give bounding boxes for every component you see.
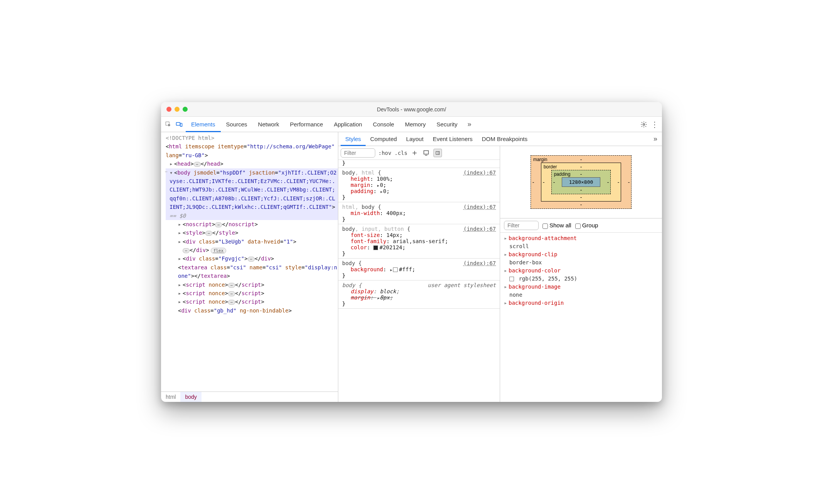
subtab-computed[interactable]: Computed	[366, 132, 401, 146]
svg-rect-1	[176, 122, 180, 125]
breadcrumb-html[interactable]: html	[161, 392, 180, 402]
style-rule[interactable]: body {(index):67background: ▸ #fff;}	[338, 259, 500, 281]
sub-tabs: StylesComputedLayoutEvent ListenersDOM B…	[338, 132, 662, 146]
styles-group: StylesComputedLayoutEvent ListenersDOM B…	[338, 132, 662, 402]
tab-memory[interactable]: Memory	[400, 117, 431, 132]
style-rule[interactable]: html, body {(index):67min-width: 400px;}	[338, 202, 500, 224]
box-padding-label: padding	[554, 171, 571, 177]
group-toggle[interactable]: Group	[575, 222, 598, 228]
elements-panel: <!DOCTYPE html><html itemscope itemtype=…	[161, 132, 338, 402]
hov-toggle[interactable]: :hov	[378, 150, 391, 156]
computed-panel: margin - - - - border - - - -	[500, 146, 662, 402]
tab-elements[interactable]: Elements	[186, 117, 221, 132]
style-rule[interactable]: body, input, button {(index):67font-size…	[338, 224, 500, 259]
tab-application[interactable]: Application	[328, 117, 367, 132]
tab-performance[interactable]: Performance	[285, 117, 329, 132]
computed-properties[interactable]: ▸background-attachmentscroll▸background-…	[500, 233, 662, 402]
settings-icon[interactable]	[640, 120, 648, 129]
subtab-event-listeners[interactable]: Event Listeners	[428, 132, 477, 146]
kebab-menu-icon[interactable]: ⋮	[650, 120, 659, 129]
more-subtabs-icon[interactable]: »	[651, 135, 660, 143]
tab-sources[interactable]: Sources	[221, 117, 253, 132]
computed-property[interactable]: ▸background-clipborder-box	[504, 250, 658, 267]
svg-point-3	[643, 123, 645, 125]
breadcrumb-bar: htmlbody	[161, 391, 338, 402]
device-toggle-icon[interactable]	[175, 120, 183, 129]
computed-toolbar: Show all Group	[500, 218, 662, 233]
main-toolbar: ElementsSourcesNetworkPerformanceApplica…	[161, 117, 662, 132]
titlebar: DevTools - www.google.com/	[161, 102, 662, 117]
styles-toolbar: :hov .cls	[338, 146, 500, 160]
main-tabs: ElementsSourcesNetworkPerformanceApplica…	[186, 117, 463, 132]
subtab-styles[interactable]: Styles	[341, 132, 366, 146]
style-rules[interactable]: } body, html {(index):67height: 100%;mar…	[338, 160, 500, 402]
style-rule[interactable]: body {user agent stylesheetdisplay: bloc…	[338, 281, 500, 309]
cls-toggle[interactable]: .cls	[395, 150, 408, 156]
styles-panel: :hov .cls } body, html {(index):67height…	[338, 146, 500, 402]
flexbox-editor-icon[interactable]	[422, 149, 430, 157]
svg-rect-5	[436, 151, 440, 155]
svg-rect-4	[424, 151, 428, 154]
subtab-dom-breakpoints[interactable]: DOM Breakpoints	[477, 132, 532, 146]
main-content: <!DOCTYPE html><html itemscope itemtype=…	[161, 132, 662, 402]
show-all-toggle[interactable]: Show all	[543, 222, 571, 228]
tab-network[interactable]: Network	[253, 117, 285, 132]
window-title: DevTools - www.google.com/	[161, 106, 662, 113]
subtab-layout[interactable]: Layout	[401, 132, 428, 146]
computed-property[interactable]: ▸background-color rgb(255, 255, 255)	[504, 267, 658, 283]
new-rule-icon[interactable]	[410, 149, 419, 157]
box-margin-label: margin	[533, 157, 548, 162]
devtools-window: DevTools - www.google.com/ ElementsSourc…	[161, 102, 662, 402]
box-model[interactable]: margin - - - - border - - - -	[500, 146, 662, 218]
style-rule[interactable]: body, html {(index):67height: 100%;margi…	[338, 168, 500, 202]
computed-property[interactable]: ▸background-origin	[504, 299, 658, 315]
breadcrumb-body[interactable]: body	[180, 392, 201, 402]
computed-sidebar-toggle-icon[interactable]	[433, 149, 442, 157]
styles-filter-input[interactable]	[341, 148, 375, 158]
dom-tree[interactable]: <!DOCTYPE html><html itemscope itemtype=…	[161, 132, 338, 391]
styles-body: :hov .cls } body, html {(index):67height…	[338, 146, 662, 402]
inspect-icon[interactable]	[164, 120, 173, 129]
svg-rect-2	[180, 123, 182, 126]
computed-property[interactable]: ▸background-imagenone	[504, 283, 658, 299]
computed-property[interactable]: ▸background-attachmentscroll	[504, 234, 658, 250]
computed-filter-input[interactable]	[504, 221, 539, 230]
box-border-label: border	[544, 164, 557, 170]
tab-security[interactable]: Security	[431, 117, 463, 132]
box-content-size: 1280×800	[562, 177, 601, 187]
more-tabs-icon[interactable]: »	[465, 120, 474, 129]
tab-console[interactable]: Console	[368, 117, 400, 132]
